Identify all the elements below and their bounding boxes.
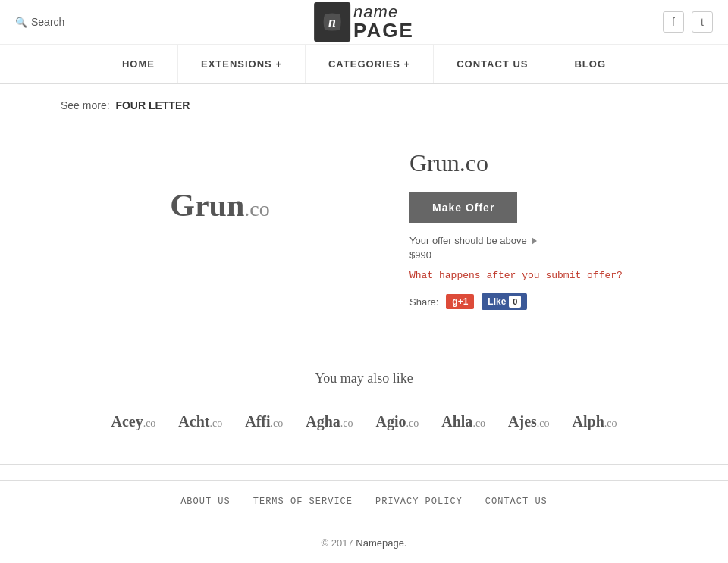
nav-item-home[interactable]: HOME [99,45,178,83]
breadcrumb: See more: FOUR LETTER [0,84,728,127]
domain-card-ext: .co [143,418,156,429]
fb-count: 0 [509,296,521,308]
domain-ext-large: .co [244,197,269,221]
domain-title: Grun.co [410,149,667,177]
also-like-title: You may also like [0,371,728,386]
footer-link[interactable]: CONTACT US [485,496,548,507]
nav-item-extensions[interactable]: EXTENSIONS + [178,45,306,83]
domain-card-name: Affi [245,413,270,430]
footer-link[interactable]: TERMS OF SERVICE [253,496,353,507]
logo-text: name PAGE [353,4,414,40]
nav-item-blog[interactable]: BLOG [551,45,629,83]
domain-card-name: Ahla [441,413,472,430]
gplus-button[interactable]: g+1 [446,294,474,309]
domain-cards: Acey.coAcht.coAffi.coAgha.coAgio.coAhla.… [0,409,728,434]
domain-card-ext: .co [209,418,222,429]
breadcrumb-prefix: See more: [61,99,110,111]
domain-card[interactable]: Ajes.co [504,409,553,434]
domain-logo-display: Grun.co [61,142,379,269]
also-like-section: You may also like Acey.coAcht.coAffi.coA… [0,355,728,464]
footer-copyright: © 2017 Namepage. [0,522,728,563]
domain-card[interactable]: Acht.co [174,409,226,434]
offer-amount: $990 [410,249,667,261]
domain-card[interactable]: Acey.co [107,409,159,434]
domain-card-ext: .co [604,418,617,429]
nav-item-categories[interactable]: CATEGORIES + [306,45,434,83]
main-content: Grun.co Grun.co Make Offer Your offer sh… [0,127,728,355]
copyright-year: © 2017 [322,537,353,549]
offer-hint: Your offer should be above [410,235,667,246]
domain-card-name: Alph [573,413,604,430]
footer-link[interactable]: ABOUT US [180,496,231,507]
logo-icon: n [314,2,350,42]
logo[interactable]: n name PAGE [314,2,414,42]
domain-card-name: Agio [376,413,406,430]
search-area[interactable]: 🔍 Search [15,16,64,28]
offer-arrow-icon [532,237,537,245]
domain-card-name: Acht [178,413,209,430]
twitter-icon: t [701,16,704,28]
domain-card-ext: .co [340,418,353,429]
domain-card[interactable]: Ahla.co [438,409,489,434]
domain-card[interactable]: Agio.co [372,409,423,434]
breadcrumb-link[interactable]: FOUR LETTER [115,99,190,111]
domain-card-ext: .co [406,418,419,429]
domain-card-name: Ajes [508,413,537,430]
domain-name-large: Grun [170,188,244,223]
domain-card-name: Acey [111,413,143,430]
make-offer-button[interactable]: Make Offer [410,192,517,223]
domain-card[interactable]: Affi.co [241,409,287,434]
footer-link[interactable]: PRIVACY POLICY [375,496,463,507]
fb-like-label: Like [488,296,506,307]
domain-card[interactable]: Agha.co [302,409,356,434]
social-icons: f t [663,11,713,33]
offer-hint-text: Your offer should be above [410,235,527,246]
header: 🔍 Search n name PAGE f t [0,0,728,45]
twitter-link[interactable]: t [692,11,713,33]
share-label: Share: [410,296,438,308]
domain-logo-text: Grun.co [170,187,269,224]
domain-card-ext: .co [271,418,284,429]
domain-card[interactable]: Alph.co [569,409,621,434]
what-happens-link[interactable]: What happens after you submit offer? [410,270,667,281]
svg-text:n: n [328,14,336,30]
logo-name: name [353,4,414,20]
search-label: Search [31,16,64,28]
domain-card-ext: .co [472,418,485,429]
domain-card-name: Agha [306,413,340,430]
facebook-icon: f [672,16,675,28]
share-row: Share: g+1 Like 0 [410,293,667,310]
facebook-link[interactable]: f [663,11,684,33]
main-divider [0,464,728,465]
search-icon: 🔍 [15,17,27,28]
domain-info: Grun.co Make Offer Your offer should be … [410,142,667,310]
nav-item-contact[interactable]: CONTACT US [434,45,551,83]
footer-nav: ABOUT USTERMS OF SERVICEPRIVACY POLICYCO… [0,480,728,522]
main-nav: HOME EXTENSIONS + CATEGORIES + CONTACT U… [0,45,728,84]
domain-card-ext: .co [537,418,550,429]
facebook-like-button[interactable]: Like 0 [482,293,527,310]
logo-page: PAGE [353,20,414,40]
footer-brand[interactable]: Namepage. [356,537,406,549]
